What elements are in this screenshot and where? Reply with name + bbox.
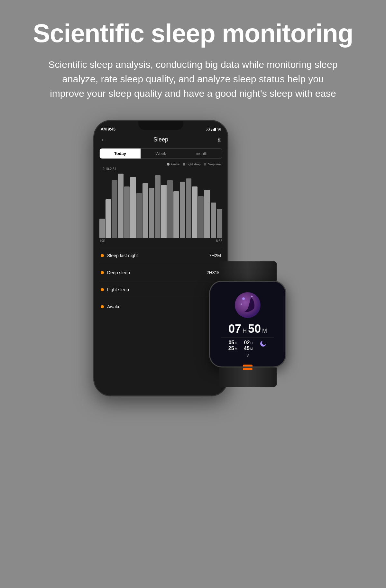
stat-left: Awake: [101, 304, 121, 309]
stat-label: Deep sleep: [107, 270, 130, 275]
network-label: 5G: [206, 128, 210, 131]
stat-dot: [101, 254, 104, 257]
watch-sleep-icon: [233, 291, 262, 320]
stat-left: Light sleep: [101, 287, 129, 292]
chart-bar: [204, 190, 210, 238]
legend-awake-dot: [167, 163, 170, 166]
chart-time-axis: 1:31 8:33: [99, 238, 222, 244]
stat-label: Awake: [107, 304, 121, 309]
svg-point-2: [251, 295, 253, 297]
chart-legend: Awake Light sleep Deep sleep: [94, 161, 227, 167]
subtitle: Scientific sleep analysis, conducting bi…: [48, 57, 338, 101]
chart-bar: [217, 209, 222, 238]
watch-sub1-m: M: [235, 347, 237, 351]
svg-point-0: [235, 292, 261, 318]
legend-light-dot: [183, 163, 185, 166]
watch-sub1-minutes: 25: [228, 346, 234, 351]
chart-bar: [136, 193, 142, 238]
watch-time-main: 07 H 50 M: [228, 322, 267, 336]
back-button[interactable]: ←: [101, 136, 107, 143]
tab-today[interactable]: Today: [100, 149, 141, 158]
chart-bar: [124, 186, 130, 238]
phone-notch: [138, 121, 183, 130]
stat-dot: [101, 305, 104, 308]
tab-month[interactable]: month: [181, 149, 222, 158]
chart-bar: [149, 188, 154, 238]
watch-minutes: 50: [248, 322, 261, 336]
watch-chevron-icon: ∨: [246, 353, 249, 358]
watch-crown: [285, 318, 286, 330]
svg-point-1: [242, 297, 245, 300]
chart-bar: [155, 175, 161, 238]
chart-bar: [192, 186, 198, 238]
chart-bars: [99, 174, 222, 238]
stat-left: Deep sleep: [101, 270, 130, 275]
main-title: Scientific sleep monitoring: [33, 19, 353, 48]
watch-sub1-hours: 05: [228, 340, 234, 346]
legend-light-sleep: Light sleep: [183, 163, 201, 166]
chart-bar: [173, 191, 179, 238]
watch-outer: 07 H 50 M 05 H: [203, 261, 293, 396]
watch-sub-time-1: 05 H 25 M: [228, 340, 237, 351]
chart-bar: [130, 177, 136, 238]
stat-label: Sleep last night: [107, 253, 138, 258]
watch-small-moon: [259, 340, 267, 351]
share-button[interactable]: ⎘: [218, 137, 221, 143]
watch-band-top: [219, 261, 277, 281]
watch-screen: 07 H 50 M 05 H: [210, 282, 285, 366]
stat-row: Sleep last night 7H2M: [94, 250, 227, 261]
chart-bar: [118, 174, 124, 238]
signal-bars: [211, 128, 216, 131]
svg-point-3: [241, 303, 242, 305]
chart-bar: [142, 183, 148, 238]
stat-dot: [101, 271, 104, 274]
stat-left: Sleep last night: [101, 253, 138, 258]
watch-sub2-h: H: [250, 341, 253, 345]
legend-deep-sleep: Deep sleep: [204, 163, 222, 166]
screen-title: Sleep: [153, 136, 168, 143]
watch-hours: 07: [228, 322, 241, 336]
legend-light-label: Light sleep: [187, 163, 201, 166]
chart-bar: [161, 185, 167, 238]
chart-bar: [99, 219, 105, 238]
legend-deep-label: Deep sleep: [207, 163, 222, 166]
watch-wrapper: 07 H 50 M 05 H: [203, 261, 293, 396]
chart-bar: [112, 180, 117, 238]
chart-start-time: 1:31: [99, 239, 106, 243]
watch-m-label: M: [262, 328, 267, 334]
status-right: 5G 96: [206, 128, 221, 131]
tab-bar: Today Week month: [99, 148, 222, 159]
stat-dot: [101, 288, 104, 291]
chart-bar: [198, 196, 204, 238]
watch-sub1-h: H: [235, 341, 237, 345]
watch-sub2-minutes: 45: [244, 346, 250, 351]
sleep-chart: 2:10-2:51 1:31 8:33: [99, 167, 222, 244]
watch-accent-bottom: [243, 365, 253, 367]
status-time: AM 9:45: [101, 127, 115, 131]
chart-bar: [106, 199, 111, 238]
chart-bar: [211, 203, 216, 238]
stat-label: Light sleep: [107, 287, 129, 292]
chart-bar: [186, 178, 191, 238]
nav-bar: ← Sleep ⎘: [94, 134, 227, 146]
legend-deep-dot: [204, 163, 206, 166]
legend-awake: Awake: [167, 163, 179, 166]
watch-sub2-m: M: [250, 347, 253, 351]
tab-week[interactable]: Week: [141, 149, 181, 158]
watch-screen-divider: [221, 338, 274, 338]
watch-sub2-hours: 02: [244, 340, 250, 346]
watch-h-label: H: [243, 328, 247, 334]
watch-body: 07 H 50 M 05 H: [209, 281, 286, 367]
page-container: Scientific sleep monitoring Scientific s…: [0, 0, 386, 588]
divider-1: [99, 247, 222, 247]
chart-bar: [167, 180, 173, 238]
stat-value: 7H2M: [209, 253, 221, 258]
chart-time-range: 2:10-2:51: [103, 167, 116, 171]
battery-level: 96: [217, 128, 221, 131]
watch-sub-time-2: 02 H 45 M: [244, 340, 253, 351]
watch-sub-times: 05 H 25 M 02: [228, 340, 267, 351]
chart-end-time: 8:33: [216, 239, 222, 243]
legend-awake-label: Awake: [171, 163, 179, 166]
devices-container: AM 9:45 5G 96: [13, 120, 373, 396]
watch-band-bottom: [219, 367, 277, 387]
